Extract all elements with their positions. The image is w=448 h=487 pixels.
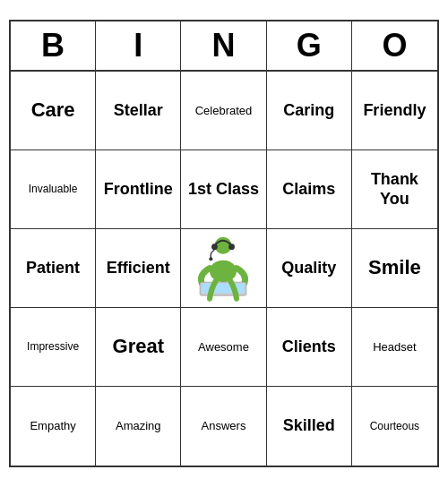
bingo-cell-19: Headset xyxy=(352,308,437,387)
bingo-cell-16: Great xyxy=(96,308,181,387)
bingo-cell-12 xyxy=(181,229,266,308)
bingo-cell-6: Frontline xyxy=(96,150,181,229)
bingo-grid: CareStellarCelebratedCaringFriendlyInval… xyxy=(11,72,437,466)
bingo-cell-0: Care xyxy=(11,72,96,150)
bingo-cell-11: Efficient xyxy=(96,229,181,308)
bingo-cell-14: Smile xyxy=(352,229,437,308)
cell-text-7: 1st Class xyxy=(188,180,259,200)
cell-text-19: Headset xyxy=(373,340,416,355)
svg-point-3 xyxy=(210,257,213,261)
bingo-cell-18: Clients xyxy=(267,308,352,387)
bingo-cell-17: Awesome xyxy=(181,308,266,387)
bingo-cell-13: Quality xyxy=(267,229,352,308)
cell-text-23: Skilled xyxy=(283,416,335,436)
header-n: N xyxy=(181,21,266,70)
bingo-cell-23: Skilled xyxy=(267,387,352,466)
bingo-cell-2: Celebrated xyxy=(181,72,266,150)
cell-text-6: Frontline xyxy=(104,180,173,200)
bingo-card: B I N G O CareStellarCelebratedCaringFri… xyxy=(9,20,439,467)
cell-text-11: Efficient xyxy=(107,259,170,278)
bingo-cell-20: Empathy xyxy=(11,387,96,466)
cell-text-9: Thank You xyxy=(356,170,434,209)
bingo-cell-7: 1st Class xyxy=(181,150,266,229)
cell-text-16: Great xyxy=(113,335,164,358)
cell-text-15: Impressive xyxy=(27,340,79,353)
cell-text-3: Caring xyxy=(283,101,334,121)
cell-text-20: Empathy xyxy=(30,419,75,433)
cell-text-13: Quality xyxy=(281,259,336,278)
cell-text-18: Clients xyxy=(282,337,336,357)
header-g: G xyxy=(267,21,352,70)
bingo-cell-21: Amazing xyxy=(96,387,181,466)
bingo-header: B I N G O xyxy=(11,21,437,72)
header-i: I xyxy=(96,21,181,70)
header-o: O xyxy=(352,21,437,70)
agent-icon xyxy=(192,235,254,302)
bingo-cell-1: Stellar xyxy=(96,72,181,150)
bingo-cell-22: Answers xyxy=(181,387,266,466)
svg-point-2 xyxy=(229,244,236,250)
svg-rect-6 xyxy=(202,284,246,294)
cell-text-14: Smile xyxy=(368,256,421,279)
cell-text-0: Care xyxy=(31,98,75,122)
bingo-cell-5: Invaluable xyxy=(11,150,96,229)
svg-point-1 xyxy=(212,244,219,250)
bingo-cell-4: Friendly xyxy=(352,72,437,150)
bingo-cell-10: Patient xyxy=(11,229,96,308)
cell-text-17: Awesome xyxy=(198,340,249,355)
bingo-cell-8: Claims xyxy=(267,150,352,229)
bingo-cell-3: Caring xyxy=(267,72,352,150)
svg-point-4 xyxy=(210,261,237,283)
cell-text-10: Patient xyxy=(26,259,80,278)
bingo-cell-15: Impressive xyxy=(11,308,96,387)
bingo-cell-24: Courteous xyxy=(352,387,437,466)
cell-text-2: Celebrated xyxy=(195,104,253,118)
cell-text-8: Claims xyxy=(282,180,335,200)
cell-text-4: Friendly xyxy=(363,101,426,121)
cell-text-1: Stellar xyxy=(114,101,163,121)
cell-text-5: Invaluable xyxy=(29,183,78,195)
header-b: B xyxy=(11,21,96,70)
cell-text-24: Courteous xyxy=(370,420,419,432)
cell-text-21: Amazing xyxy=(116,419,161,433)
bingo-cell-9: Thank You xyxy=(352,150,437,229)
cell-text-22: Answers xyxy=(202,419,246,433)
